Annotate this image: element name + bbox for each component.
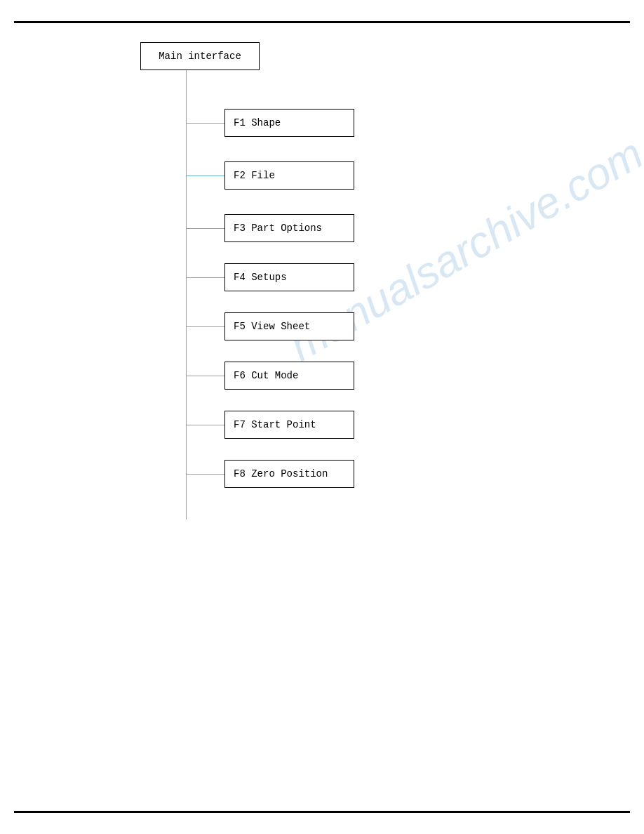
menu-item-f6[interactable]: F6 Cut Mode (224, 362, 354, 390)
h-connector-f6 (186, 376, 224, 376)
bottom-border (14, 811, 630, 813)
main-interface-label: Main interface (159, 51, 241, 62)
menu-item-f2[interactable]: F2 File (224, 161, 354, 190)
h-connector-f3 (186, 228, 224, 229)
h-connector-f7 (186, 425, 224, 425)
menu-item-f8[interactable]: F8 Zero Position (224, 460, 354, 488)
menu-item-f1[interactable]: F1 Shape (224, 109, 354, 137)
h-connector-f8 (186, 474, 224, 475)
h-connector-f2 (186, 176, 224, 176)
menu-item-f5[interactable]: F5 View Sheet (224, 312, 354, 340)
vertical-connector-line (186, 70, 187, 519)
main-interface-box: Main interface (140, 42, 260, 70)
h-connector-f5 (186, 326, 224, 327)
menu-item-f4[interactable]: F4 Setups (224, 263, 354, 291)
h-connector-f1 (186, 123, 224, 124)
top-border (14, 21, 630, 23)
menu-item-f7[interactable]: F7 Start Point (224, 411, 354, 439)
menu-item-f3[interactable]: F3 Part Options (224, 214, 354, 242)
h-connector-f4 (186, 277, 224, 278)
